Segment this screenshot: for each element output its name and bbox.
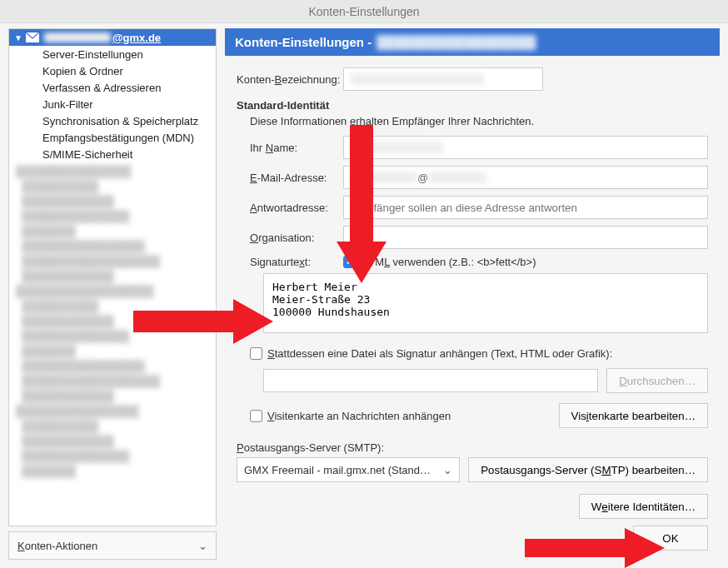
html-checkbox-label: HTML verwenden (z.B.: <b>fett</b>) xyxy=(361,256,536,268)
account-name-input[interactable] xyxy=(343,67,543,91)
org-label: Organisation: xyxy=(250,232,343,244)
account-actions-button[interactable]: Konten-Aktionen ⌄ xyxy=(8,531,217,560)
sidebar-item-smime[interactable]: S/MIME-Sicherheit xyxy=(9,146,216,162)
main-panel: Konten-Einstellungen - █████████████████… xyxy=(225,28,720,560)
account-domain: @gmx.de xyxy=(112,32,161,44)
account-name-blurred xyxy=(44,32,111,42)
vcard-checkbox[interactable] xyxy=(250,410,262,422)
browse-button[interactable]: Durchsuchen… xyxy=(606,368,708,393)
expand-icon: ▼ xyxy=(14,33,22,42)
more-identities-button[interactable]: Weitere Identitäten… xyxy=(579,494,708,519)
file-signature-checkbox[interactable] xyxy=(250,347,262,360)
sidebar-item-compose[interactable]: Verfassen & Adressieren xyxy=(9,79,216,96)
panel-header-prefix: Konten-Einstellungen - xyxy=(235,35,371,49)
vcard-edit-button[interactable]: Visitenkarte bearbeiten… xyxy=(559,403,708,428)
identity-subtext: Diese Informationen erhalten Empfänger I… xyxy=(250,115,708,127)
account-actions-label: Konten-Aktionen xyxy=(17,540,97,552)
chevron-down-icon: ⌄ xyxy=(198,540,207,552)
smtp-select[interactable]: GMX Freemail - mail.gmx.net (Stand… ⌄ xyxy=(237,457,460,482)
reply-label: Antwortadresse: xyxy=(250,202,343,214)
smtp-label: Postausgangs-Server (SMTP): xyxy=(237,441,708,454)
sidebar-item-sync[interactable]: Synchronisation & Speicherplatz xyxy=(9,112,216,129)
signature-textarea[interactable] xyxy=(263,273,708,333)
chevron-down-icon: ⌄ xyxy=(443,464,452,476)
org-input[interactable] xyxy=(343,226,708,249)
name-input[interactable] xyxy=(343,136,708,159)
sidebar-item-mdn[interactable]: Empfangsbestätigungen (MDN) xyxy=(9,129,216,146)
smtp-select-value: GMX Freemail - mail.gmx.net (Stand… xyxy=(244,464,431,476)
blurred-accounts: ███████████████ ██████████ ████████████ … xyxy=(9,162,216,512)
reply-input[interactable] xyxy=(343,196,708,219)
account-name-label: Konten-Bezeichnung: xyxy=(237,73,343,86)
identity-heading: Standard-Identität xyxy=(237,99,708,112)
email-label: E-Mail-Adresse: xyxy=(250,172,343,184)
file-path-input[interactable] xyxy=(263,369,598,392)
window-title: Konten-Einstellungen xyxy=(0,0,728,23)
panel-header-account-blurred: ██████████████████ xyxy=(376,35,536,49)
signature-label: Signaturtext: xyxy=(250,256,343,268)
account-row[interactable]: ▼ @gmx.de xyxy=(9,29,216,46)
html-checkbox[interactable]: ✓ xyxy=(343,256,356,268)
mail-icon xyxy=(26,32,39,42)
name-label: Ihr Name: xyxy=(250,142,343,154)
ok-button[interactable]: OK xyxy=(633,526,708,551)
vcard-label: Visitenkarte an Nachrichten anhängen xyxy=(267,410,451,422)
sidebar-item-junk[interactable]: Junk-Filter xyxy=(9,96,216,112)
email-input[interactable]: @ xyxy=(343,166,708,189)
sidebar-item-server[interactable]: Server-Einstellungen xyxy=(9,46,216,62)
panel-header: Konten-Einstellungen - █████████████████… xyxy=(225,28,720,56)
smtp-edit-button[interactable]: Postausgangs-Server (SMTP) bearbeiten… xyxy=(468,457,708,482)
file-signature-label: Stattdessen eine Datei als Signatur anhä… xyxy=(267,347,612,360)
sidebar: ▼ @gmx.de Server-Einstellungen Kopien & … xyxy=(8,28,217,560)
sidebar-item-copies[interactable]: Kopien & Ordner xyxy=(9,62,216,79)
account-tree[interactable]: ▼ @gmx.de Server-Einstellungen Kopien & … xyxy=(8,28,217,526)
